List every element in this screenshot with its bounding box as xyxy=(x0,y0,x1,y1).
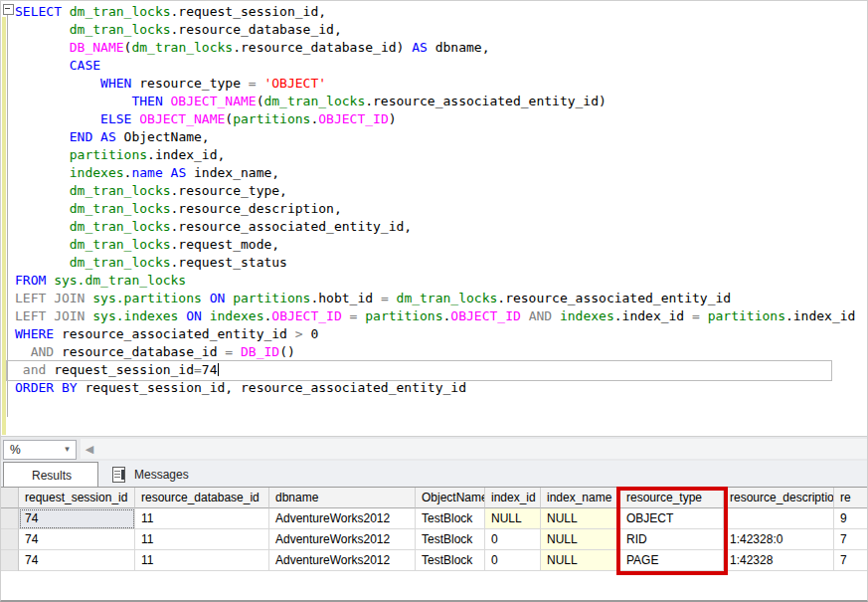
grid-cell[interactable]: 1:42328 xyxy=(724,550,834,571)
fold-guide-line xyxy=(7,15,8,417)
grid-header-row: request_session_idresource_database_iddb… xyxy=(1,488,868,508)
horizontal-scrollbar[interactable]: ◀ xyxy=(81,439,868,459)
grid-column-header[interactable]: request_session_id xyxy=(19,488,135,508)
grid-cell[interactable] xyxy=(724,508,834,529)
tab-results[interactable]: Results xyxy=(3,462,98,487)
grid-column-header[interactable]: ObjectName xyxy=(416,488,485,508)
row-selector[interactable] xyxy=(1,550,19,571)
code-line: dm_tran_locks.resource_type, xyxy=(15,182,855,200)
messages-icon xyxy=(112,467,125,483)
grid-cell[interactable]: AdventureWorks2012 xyxy=(269,550,416,571)
code-line: ORDER BY request_session_id, resource_as… xyxy=(15,379,855,397)
code-line: ELSE OBJECT_NAME(partitions.OBJECT_ID) xyxy=(15,110,855,128)
grid-column-header[interactable]: resource_database_id xyxy=(135,488,269,508)
grid-cell[interactable]: OBJECT xyxy=(620,508,724,529)
collapse-region-icon[interactable] xyxy=(3,4,14,15)
code-line: LEFT JOIN sys.indexes ON indexes.OBJECT_… xyxy=(15,307,855,325)
grid-cell[interactable]: 11 xyxy=(135,550,269,571)
grid-cell[interactable]: TestBlock xyxy=(416,529,485,550)
code-line: FROM sys.dm_tran_locks xyxy=(15,272,855,290)
grid-cell[interactable]: 9 xyxy=(834,508,868,529)
grid-cell[interactable]: 74 xyxy=(19,550,135,571)
grid-cell[interactable]: 7 xyxy=(834,550,868,571)
results-tab-bar: Results Messages xyxy=(1,461,868,487)
scroll-left-icon[interactable]: ◀ xyxy=(83,441,96,457)
text-caret xyxy=(218,363,219,376)
grid-cell[interactable]: 7 xyxy=(834,529,868,550)
code-line: WHEN resource_type = 'OBJECT' xyxy=(15,75,855,93)
code-line: AND resource_database_id = DB_ID() xyxy=(15,343,855,361)
tab-messages[interactable]: Messages xyxy=(100,462,220,487)
grid-row: 7411AdventureWorks2012TestBlock0NULLPAGE… xyxy=(1,550,868,571)
code-line: DB_NAME(dm_tran_locks.resource_database_… xyxy=(15,39,855,57)
grid-row: 7411AdventureWorks2012TestBlock0NULLRID1… xyxy=(1,529,868,550)
ssms-query-window: SELECT dm_tran_locks.request_session_id,… xyxy=(0,0,868,602)
grid-column-header[interactable] xyxy=(1,488,19,508)
code-line: and request_session_id=74 xyxy=(15,361,855,379)
editor-zoom-select[interactable]: % ▾ xyxy=(3,440,77,460)
grid-cell[interactable]: AdventureWorks2012 xyxy=(269,529,416,550)
grid-cell[interactable]: 0 xyxy=(485,550,541,571)
grid-cell[interactable]: NULL xyxy=(541,550,620,571)
sql-editor[interactable]: SELECT dm_tran_locks.request_session_id,… xyxy=(1,1,868,436)
row-selector[interactable] xyxy=(1,508,19,529)
chevron-down-icon[interactable]: ▾ xyxy=(61,442,74,456)
grid-cell[interactable]: NULL xyxy=(485,508,541,529)
code-line: dm_tran_locks.request_mode, xyxy=(15,236,855,254)
grid-cell[interactable]: TestBlock xyxy=(416,508,485,529)
code-line: dm_tran_locks.resource_associated_entity… xyxy=(15,218,855,236)
row-selector[interactable] xyxy=(1,529,19,550)
grid-column-header[interactable]: index_name xyxy=(541,488,620,508)
code-line: END AS ObjectName, xyxy=(15,128,855,146)
code-line: dm_tran_locks.resource_description, xyxy=(15,200,855,218)
grid-cell[interactable]: 74 xyxy=(19,529,135,550)
grid-cell[interactable]: 11 xyxy=(135,529,269,550)
grid-cell[interactable]: NULL xyxy=(541,508,620,529)
zoom-value: % xyxy=(10,443,21,457)
sql-code: SELECT dm_tran_locks.request_session_id,… xyxy=(15,3,855,397)
grid-cell[interactable]: 74 xyxy=(19,508,135,529)
code-line: CASE xyxy=(15,57,855,75)
code-line: dm_tran_locks.resource_database_id, xyxy=(15,21,855,39)
code-line: indexes.name AS index_name, xyxy=(15,164,855,182)
code-line: SELECT dm_tran_locks.request_session_id, xyxy=(15,3,855,21)
grid-cell[interactable]: PAGE xyxy=(620,550,724,571)
grid-cell[interactable]: TestBlock xyxy=(416,550,485,571)
grid-column-header[interactable]: re xyxy=(834,488,868,508)
grid-column-header[interactable]: index_id xyxy=(485,488,541,508)
code-line: WHERE resource_associated_entity_id > 0 xyxy=(15,325,855,343)
change-tracking-margin xyxy=(2,17,6,435)
grid-column-header[interactable]: resource_description xyxy=(724,488,834,508)
grid-cell[interactable]: AdventureWorks2012 xyxy=(269,508,416,529)
code-line: THEN OBJECT_NAME(dm_tran_locks.resource_… xyxy=(15,93,855,110)
grid-row: 7411AdventureWorks2012TestBlockNULLNULLO… xyxy=(1,508,868,529)
results-grid: request_session_idresource_database_iddb… xyxy=(1,487,868,602)
code-line: LEFT JOIN sys.partitions ON partitions.h… xyxy=(15,290,855,307)
grid-cell[interactable]: 0 xyxy=(485,529,541,550)
grid-cell[interactable]: RID xyxy=(620,529,724,550)
code-line: dm_tran_locks.request_status xyxy=(15,254,855,272)
grid-cell[interactable]: 11 xyxy=(135,508,269,529)
grid-cell[interactable]: 1:42328:0 xyxy=(724,529,834,550)
editor-status-row: % ▾ ◀ xyxy=(1,436,868,462)
code-line: partitions.index_id, xyxy=(15,146,855,164)
grid-column-header[interactable]: resource_type xyxy=(620,488,724,508)
grid-cell[interactable]: NULL xyxy=(541,529,620,550)
grid-column-header[interactable]: dbname xyxy=(269,488,416,508)
